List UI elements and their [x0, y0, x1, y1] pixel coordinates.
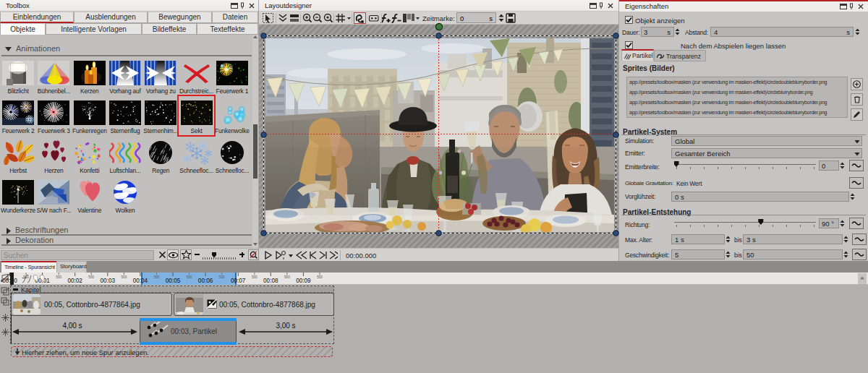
svg-text:500: 500 [56, 275, 61, 279]
svg-text:00:04: 00:04 [133, 278, 148, 284]
svg-text:00:02: 00:02 [67, 278, 82, 284]
svg-text:00:06: 00:06 [198, 278, 213, 284]
svg-text:500: 500 [122, 275, 127, 279]
svg-text:500: 500 [187, 275, 192, 279]
svg-text:500: 500 [154, 275, 160, 279]
svg-text:00:07: 00:07 [231, 278, 246, 284]
svg-text:500: 500 [284, 275, 290, 279]
svg-text:500: 500 [88, 275, 94, 279]
svg-text:500: 500 [252, 275, 258, 279]
svg-text:00:08: 00:08 [263, 278, 278, 284]
svg-text:00:05: 00:05 [166, 278, 181, 284]
svg-text:500: 500 [219, 275, 225, 279]
svg-text:500: 500 [317, 275, 323, 279]
svg-text:00:09: 00:09 [296, 278, 311, 284]
svg-text:00:03: 00:03 [101, 278, 116, 284]
